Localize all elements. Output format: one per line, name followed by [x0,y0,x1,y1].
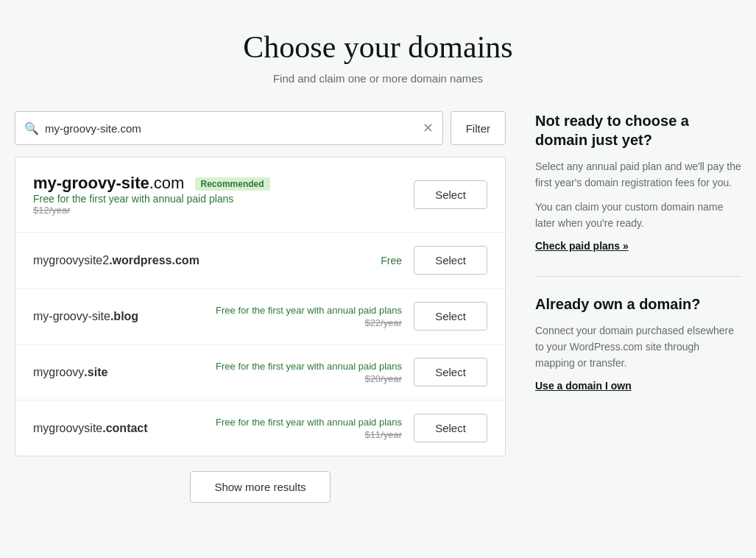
domain-info-featured: my-groovy-site.com Recommended Free for … [33,174,402,216]
sidebar-title-2: Already own a domain? [535,294,741,314]
sidebar-divider [535,276,741,277]
select-button-featured[interactable]: Select [414,180,487,209]
blog-price-text: Free for the first year with annual paid… [216,304,402,317]
show-more-button[interactable]: Show more results [190,471,330,503]
select-button-wordpress[interactable]: Select [414,246,487,275]
featured-original-price: $12/year [33,205,402,216]
search-icon: 🔍 [24,121,39,135]
sidebar-section-domain-choice: Not ready to choose a domain just yet? S… [535,111,741,252]
sidebar-section-own-domain: Already own a domain? Connect your domai… [535,294,741,392]
domain-info-site: mygroovy.site [33,366,204,379]
page-header: Choose your domains Find and claim one o… [15,29,741,85]
page-title: Choose your domains [15,29,741,65]
sidebar-para-2a: Connect your domain purchased elsewhere … [535,322,741,372]
clear-button[interactable]: ✕ [423,121,434,135]
results-card: my-groovy-site.com Recommended Free for … [15,157,506,456]
sidebar-para-1a: Select any annual paid plan and we'll pa… [535,158,741,191]
recommended-badge: Recommended [195,177,270,191]
page-subtitle: Find and claim one or more domain names [15,72,741,85]
domain-name-featured: my-groovy-site.com Recommended [33,174,402,193]
domain-info-blog: my-groovy-site.blog [33,310,204,323]
search-row: 🔍 ✕ Filter [15,111,506,145]
price-area-blog: Free for the first year with annual paid… [216,304,402,328]
table-row: mygroovysite2.wordpress.com Free Select [15,233,505,289]
show-more-wrap: Show more results [15,471,506,503]
price-area-contact: Free for the first year with annual paid… [216,416,402,440]
select-button-blog[interactable]: Select [414,302,487,331]
domain-info-contact: mygroovysite.contact [33,422,204,435]
site-original-price: $20/year [216,373,402,384]
blog-original-price: $22/year [216,317,402,328]
select-button-site[interactable]: Select [414,358,487,386]
content-layout: 🔍 ✕ Filter my-groovy-site.com Recommende… [15,111,741,503]
right-panel: Not ready to choose a domain just yet? S… [535,111,741,416]
filter-button[interactable]: Filter [451,111,506,145]
search-input[interactable] [45,122,423,135]
contact-original-price: $11/year [216,429,402,440]
free-label: Free [381,255,402,266]
table-row: mygroovysite.contact Free for the first … [15,400,505,456]
table-row: my-groovy-site.blog Free for the first y… [15,289,505,345]
search-box: 🔍 ✕ [15,111,443,145]
table-row: mygroovy.site Free for the first year wi… [15,345,505,400]
site-price-text: Free for the first year with annual paid… [216,360,402,373]
select-button-contact[interactable]: Select [414,414,487,442]
left-panel: 🔍 ✕ Filter my-groovy-site.com Recommende… [15,111,506,503]
sidebar-para-1b: You can claim your custom domain name la… [535,199,741,232]
contact-price-text: Free for the first year with annual paid… [216,416,402,429]
check-paid-plans-link[interactable]: Check paid plans » [535,240,629,252]
table-row: my-groovy-site.com Recommended Free for … [15,158,505,233]
use-own-domain-link[interactable]: Use a domain I own [535,380,632,392]
featured-price-text: Free for the first year with annual paid… [33,193,402,205]
page-wrapper: Choose your domains Find and claim one o… [0,0,756,547]
domain-info-wordpress: mygroovysite2.wordpress.com [33,254,294,267]
sidebar-title-1: Not ready to choose a domain just yet? [535,111,741,149]
price-area-wordpress: Free [306,254,402,267]
price-area-site: Free for the first year with annual paid… [216,360,402,384]
